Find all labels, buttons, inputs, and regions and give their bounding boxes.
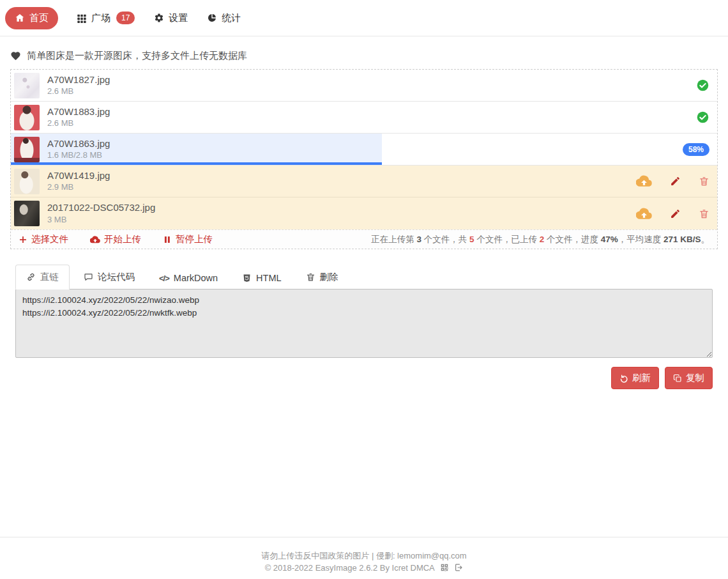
- total-files-number: 5: [469, 235, 474, 244]
- file-name: A70W1863.jpg: [47, 137, 110, 150]
- tab-label: 论坛代码: [98, 271, 135, 283]
- current-file-number: 3: [417, 235, 422, 244]
- tab-html[interactable]: HTML: [232, 267, 291, 289]
- gear-icon: [154, 13, 164, 23]
- tab-label: 直链: [40, 271, 59, 283]
- refresh-icon: [619, 374, 628, 383]
- upload-file-icon[interactable]: [636, 173, 652, 189]
- progress-percent-badge: 58%: [683, 143, 709, 156]
- nav-item-settings[interactable]: 设置: [144, 7, 197, 29]
- pie-chart-icon: [207, 13, 217, 23]
- footer-policy-line: 请勿上传违反中国政策的图片 | 侵删: lemomim@qq.com: [0, 550, 728, 562]
- qr-code-icon[interactable]: [440, 563, 449, 572]
- file-name: A70W1827.jpg: [47, 73, 110, 86]
- code-icon: </>: [159, 274, 169, 283]
- nav-item-label: 广场: [91, 12, 110, 24]
- start-upload-button[interactable]: 开始上传: [90, 233, 141, 245]
- delete-file-icon[interactable]: [699, 176, 709, 187]
- output-actions: 刷新 复制: [15, 367, 713, 389]
- edit-file-icon[interactable]: [670, 208, 681, 219]
- output-section: 直链 论坛代码 </> MarkDown HTML: [15, 265, 713, 389]
- html5-icon: [242, 274, 252, 283]
- pause-icon: [163, 235, 172, 244]
- trash-icon: [306, 272, 315, 282]
- file-name: 20171022-DSC05732.jpg: [47, 201, 155, 214]
- heart-icon: [10, 50, 21, 61]
- logout-icon[interactable]: [454, 563, 463, 572]
- upload-status-text: 正在上传第 3 个文件，共 5 个文件，已上传 2 个文件，进度 47%，平均速…: [371, 234, 709, 245]
- nav-item-plaza[interactable]: 广场 17: [67, 6, 144, 29]
- nav-item-label: 统计: [222, 12, 241, 24]
- footer-copyright-text: © 2018-2022 EasyImage 2.6.2 By Icret DMC…: [265, 563, 434, 573]
- tagline: 简单图床是一款开源图床，支持多文件上传无数据库: [10, 50, 718, 62]
- upload-file-icon[interactable]: [636, 206, 652, 222]
- copy-icon: [673, 374, 682, 383]
- file-size: 2.9 MB: [47, 182, 110, 193]
- cloud-upload-icon: [90, 235, 100, 245]
- link-icon: [26, 272, 36, 282]
- nav-item-label: 首页: [29, 12, 49, 24]
- check-circle-icon: [696, 111, 709, 124]
- nav-item-label: 设置: [169, 12, 188, 24]
- file-thumbnail: [14, 105, 40, 130]
- tab-label: MarkDown: [174, 273, 218, 283]
- file-row-uploading: A70W1863.jpg 1.6 MB/2.8 MB 58%: [11, 134, 717, 166]
- refresh-label: 刷新: [632, 372, 651, 384]
- file-size: 2.6 MB: [47, 118, 110, 129]
- tab-label: 删除: [320, 271, 338, 283]
- check-circle-icon: [696, 79, 709, 92]
- nav-item-stats[interactable]: 统计: [197, 7, 250, 29]
- grid-icon: [77, 13, 87, 23]
- page: 首页 广场 17 设置 统计 简单图床是一款开源图床，支持多文件上传无数据库: [0, 0, 728, 579]
- tab-delete[interactable]: 删除: [296, 265, 349, 289]
- file-size: 2.6 MB: [47, 86, 110, 97]
- tab-label: HTML: [256, 273, 281, 283]
- select-files-button[interactable]: 选择文件: [19, 233, 68, 245]
- file-name: A70W1883.jpg: [47, 105, 110, 118]
- file-row-queued: 20171022-DSC05732.jpg 3 MB: [11, 197, 717, 229]
- file-thumbnail: [14, 73, 40, 98]
- plus-icon: [19, 235, 27, 244]
- delete-file-icon[interactable]: [699, 208, 709, 219]
- start-upload-label: 开始上传: [104, 233, 141, 245]
- upload-dropzone[interactable]: A70W1827.jpg 2.6 MB A70W1883.jpg 2.6 MB: [10, 69, 718, 249]
- tab-direct-link[interactable]: 直链: [15, 265, 70, 290]
- output-tabs: 直链 论坛代码 </> MarkDown HTML: [15, 265, 713, 289]
- file-name: A70W1419.jpg: [47, 169, 110, 182]
- file-thumbnail: [14, 137, 40, 162]
- file-row-uploaded: A70W1827.jpg 2.6 MB: [11, 70, 717, 102]
- copy-button[interactable]: 复制: [665, 367, 713, 389]
- tab-markdown[interactable]: </> MarkDown: [149, 267, 228, 289]
- copy-label: 复制: [686, 372, 704, 384]
- file-size: 1.6 MB/2.8 MB: [47, 150, 110, 161]
- overall-progress-percent: 47%: [601, 235, 618, 244]
- comment-icon: [84, 272, 93, 282]
- select-files-label: 选择文件: [31, 233, 68, 245]
- pause-upload-button[interactable]: 暂停上传: [163, 233, 213, 245]
- file-size: 3 MB: [47, 215, 155, 226]
- tagline-text: 简单图床是一款开源图床，支持多文件上传无数据库: [27, 50, 247, 62]
- footer: 请勿上传违反中国政策的图片 | 侵删: lemomim@qq.com © 201…: [0, 537, 728, 579]
- pause-upload-label: 暂停上传: [176, 233, 213, 245]
- links-textarea[interactable]: https://i2.100024.xyz/2022/05/22/nwizao.…: [15, 289, 713, 358]
- nav-item-home[interactable]: 首页: [5, 7, 58, 29]
- file-thumbnail: [14, 169, 40, 194]
- upload-toolbar: 选择文件 开始上传 暂停上传 正在上传第 3 个文件，共 5 个文件，已上传 2…: [11, 229, 717, 249]
- refresh-button[interactable]: 刷新: [611, 367, 659, 389]
- file-row-uploaded: A70W1883.jpg 2.6 MB: [11, 102, 717, 134]
- file-row-queued: A70W1419.jpg 2.9 MB: [11, 166, 717, 197]
- plaza-count-badge: 17: [116, 12, 135, 24]
- average-speed: 271 KB/S: [664, 235, 701, 244]
- tab-forum-code[interactable]: 论坛代码: [73, 265, 145, 289]
- file-thumbnail: [14, 201, 40, 226]
- footer-copyright-line: © 2018-2022 EasyImage 2.6.2 By Icret DMC…: [0, 562, 728, 574]
- home-icon: [15, 13, 25, 23]
- edit-file-icon[interactable]: [670, 176, 681, 187]
- top-nav: 首页 广场 17 设置 统计: [0, 0, 728, 36]
